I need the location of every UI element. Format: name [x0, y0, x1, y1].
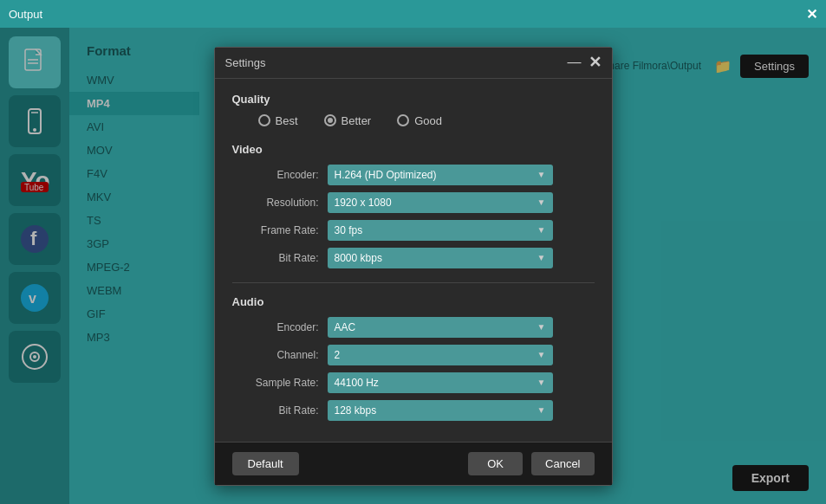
audio-encoder-row: Encoder: AAC ▼ — [232, 317, 595, 338]
dialog-close-button[interactable]: ✕ — [589, 55, 602, 70]
video-encoder-row: Encoder: H.264 (HD Optimized) ▼ — [232, 165, 595, 185]
audio-encoder-chevron: ▼ — [537, 322, 546, 332]
video-bitrate-select[interactable]: 8000 kbps ▼ — [328, 248, 553, 268]
video-resolution-row: Resolution: 1920 x 1080 ▼ — [232, 192, 595, 213]
audio-encoder-label: Encoder: — [232, 321, 319, 333]
quality-good-label: Good — [414, 114, 442, 127]
video-resolution-label: Resolution: — [232, 197, 319, 209]
audio-samplerate-label: Sample Rate: — [232, 377, 319, 389]
audio-bitrate-select[interactable]: 128 kbps ▼ — [328, 400, 553, 421]
section-divider — [232, 282, 595, 283]
quality-good-option[interactable]: Good — [397, 114, 442, 127]
dialog-title-bar: Settings — ✕ — [215, 48, 612, 79]
audio-channel-select[interactable]: 2 ▼ — [328, 345, 553, 365]
window-title: Output — [9, 8, 42, 21]
video-framerate-value: 30 fps — [335, 224, 363, 236]
main-window: Output ✕ — [0, 0, 826, 504]
video-bitrate-row: Bit Rate: 8000 kbps ▼ — [232, 248, 595, 268]
dialog-body: Quality Best Better Good — [215, 79, 612, 442]
dialog-title: Settings — [225, 56, 266, 69]
video-encoder-value: H.264 (HD Optimized) — [335, 169, 437, 181]
title-bar: Output ✕ — [0, 0, 826, 28]
audio-channel-chevron: ▼ — [537, 350, 546, 359]
window-close-button[interactable]: ✕ — [806, 6, 817, 23]
audio-channel-row: Channel: 2 ▼ — [232, 345, 595, 365]
audio-channel-value: 2 — [335, 349, 341, 361]
dialog-footer-right: OK Cancel — [468, 452, 594, 475]
quality-better-label: Better — [341, 114, 372, 127]
audio-bitrate-label: Bit Rate: — [232, 404, 319, 417]
quality-section-label: Quality — [232, 93, 595, 106]
video-resolution-select[interactable]: 1920 x 1080 ▼ — [328, 192, 553, 213]
quality-best-label: Best — [276, 114, 298, 127]
dialog-footer-left: Default — [232, 452, 299, 475]
modal-overlay: Settings — ✕ Quality Best — [0, 28, 826, 504]
audio-section-label: Audio — [232, 295, 595, 308]
audio-samplerate-value: 44100 Hz — [335, 377, 379, 389]
video-bitrate-chevron: ▼ — [537, 253, 546, 262]
video-encoder-select[interactable]: H.264 (HD Optimized) ▼ — [328, 165, 553, 185]
video-framerate-chevron: ▼ — [537, 225, 546, 235]
quality-better-option[interactable]: Better — [324, 114, 372, 127]
audio-samplerate-select[interactable]: 44100 Hz ▼ — [328, 372, 553, 393]
audio-encoder-value: AAC — [335, 321, 356, 333]
quality-best-radio[interactable] — [258, 114, 270, 126]
video-encoder-chevron: ▼ — [537, 170, 546, 179]
audio-bitrate-chevron: ▼ — [537, 405, 546, 415]
dialog-footer: Default OK Cancel — [215, 442, 612, 485]
video-framerate-row: Frame Rate: 30 fps ▼ — [232, 220, 595, 241]
video-bitrate-value: 8000 kbps — [335, 252, 382, 264]
cancel-button[interactable]: Cancel — [531, 452, 594, 475]
quality-row: Best Better Good — [232, 114, 595, 127]
video-framerate-label: Frame Rate: — [232, 224, 319, 236]
audio-bitrate-row: Bit Rate: 128 kbps ▼ — [232, 400, 595, 421]
video-section-label: Video — [232, 143, 595, 156]
content-area: You Tube f v — [0, 28, 826, 504]
video-encoder-label: Encoder: — [232, 169, 319, 181]
settings-dialog: Settings — ✕ Quality Best — [214, 47, 613, 486]
video-section: Video Encoder: H.264 (HD Optimized) ▼ Re… — [232, 143, 595, 268]
video-framerate-select[interactable]: 30 fps ▼ — [328, 220, 553, 241]
audio-bitrate-value: 128 kbps — [335, 404, 377, 417]
video-resolution-chevron: ▼ — [537, 197, 546, 207]
audio-section: Audio Encoder: AAC ▼ Channel: 2 — [232, 295, 595, 421]
ok-button[interactable]: OK — [468, 452, 523, 475]
default-button[interactable]: Default — [232, 452, 299, 475]
dialog-minimize-button[interactable]: — — [568, 55, 582, 69]
quality-best-option[interactable]: Best — [258, 114, 298, 127]
audio-samplerate-row: Sample Rate: 44100 Hz ▼ — [232, 372, 595, 393]
audio-samplerate-chevron: ▼ — [537, 378, 546, 387]
video-bitrate-label: Bit Rate: — [232, 252, 319, 264]
audio-encoder-select[interactable]: AAC ▼ — [328, 317, 553, 338]
video-resolution-value: 1920 x 1080 — [335, 197, 392, 209]
quality-good-radio[interactable] — [397, 114, 409, 126]
audio-channel-label: Channel: — [232, 349, 319, 361]
quality-better-radio[interactable] — [324, 114, 336, 126]
dialog-title-controls: — ✕ — [568, 55, 602, 70]
